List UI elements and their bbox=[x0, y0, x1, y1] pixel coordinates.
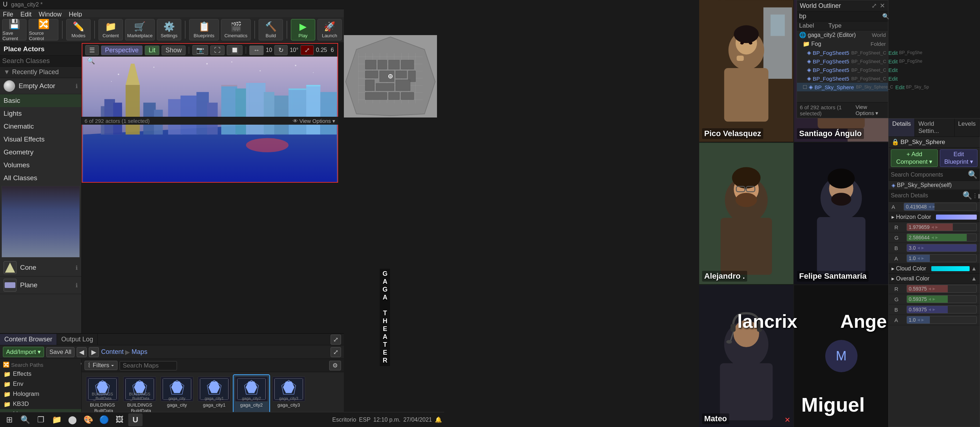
outliner-search-bar[interactable]: 🔍 bbox=[797, 11, 888, 21]
outliner-item-4[interactable]: ◈ BP_FogSheet5 BP_FogSheet_C Edit bbox=[797, 65, 888, 74]
photos-button[interactable]: 🖼 bbox=[113, 413, 127, 426]
viewport-options-button[interactable]: ☰ bbox=[85, 45, 99, 55]
component-item-0[interactable]: ◈ BP_Sky_Sphere(self) bbox=[889, 181, 980, 190]
outliner-item-1[interactable]: 📁 Fog Folder bbox=[797, 40, 888, 48]
category-basic[interactable]: Basic bbox=[0, 94, 81, 107]
settings-button[interactable]: ⚙️ Settings bbox=[157, 19, 181, 40]
outliner-item-5[interactable]: ◈ BP_FogSheet5 BP_FogSheet_C Edit bbox=[797, 74, 888, 83]
file-explorer-button[interactable]: 📁 bbox=[49, 413, 64, 426]
tab-world-settings[interactable]: World Settin... bbox=[915, 119, 955, 137]
marketplace-button[interactable]: 🛒 Marketplace bbox=[125, 19, 155, 40]
cb-right-expand[interactable]: ⤢ bbox=[331, 347, 341, 357]
details-collapse[interactable]: ◧ bbox=[978, 192, 980, 199]
horizon-a-bar[interactable]: 1.0 ◄► bbox=[907, 254, 977, 262]
tab-content-browser[interactable]: Content Browser bbox=[0, 334, 57, 345]
horizon-b-bar[interactable]: 3.0 ◄► bbox=[907, 244, 977, 252]
cb-search-paths[interactable]: 🔀 🔍 bbox=[0, 360, 81, 369]
source-control-button[interactable]: 🔀 Source Control bbox=[29, 19, 58, 40]
horizon-color-section[interactable]: ▸ Horizon Color bbox=[889, 212, 980, 222]
cb-item-4[interactable]: gaga_city2 gaga_city2 bbox=[234, 375, 269, 415]
outliner-item-2[interactable]: ◈ BP_FogSheet5 BP_FogSheet_C Edit BP_Fog… bbox=[797, 48, 888, 57]
cb-folder-kb3d[interactable]: 📁 KB3D bbox=[0, 399, 81, 409]
cb-search-input[interactable] bbox=[119, 361, 177, 370]
outliner-item-6[interactable]: ☐ ◈ BP_Sky_Sphere BP_Sky_Sphere_C Edit B… bbox=[797, 83, 888, 91]
overall-color-section[interactable]: ▸ Overall Color ▲ bbox=[889, 274, 980, 284]
cb-settings-button[interactable]: ⚙ bbox=[329, 361, 341, 370]
empty-actor-item[interactable]: Empty Actor ℹ bbox=[0, 78, 81, 94]
tab-output-log[interactable]: Output Log bbox=[57, 334, 98, 345]
tab-levels[interactable]: Levels bbox=[955, 119, 980, 137]
cloud-color-expand[interactable]: ▲ bbox=[971, 265, 977, 272]
category-cinematic[interactable]: Cinematic bbox=[0, 120, 81, 133]
vp-rotate-button[interactable]: ↻ bbox=[274, 45, 288, 55]
search-details-input[interactable] bbox=[891, 192, 963, 199]
save-current-button[interactable]: 💾 Save Current bbox=[2, 19, 27, 40]
paint3d-button[interactable]: 🎨 bbox=[81, 413, 95, 426]
details-view-options[interactable]: ⋮ bbox=[972, 192, 978, 199]
cb-search-paths-input[interactable] bbox=[11, 362, 79, 368]
overall-color-expand[interactable]: ▲ bbox=[971, 276, 977, 282]
vp-grid-snap[interactable]: 🔲 bbox=[227, 45, 242, 55]
edit-link-2[interactable]: Edit bbox=[888, 50, 897, 56]
blueprints-button[interactable]: 📋 Blueprints bbox=[189, 19, 219, 40]
nav-forward-button[interactable]: ▶ bbox=[89, 347, 99, 357]
vp-scale-button[interactable]: ⤢ bbox=[301, 45, 314, 55]
start-button[interactable]: ⊞ bbox=[2, 413, 16, 426]
cb-search[interactable] bbox=[119, 360, 177, 370]
cb-path-segment-1[interactable]: Content bbox=[101, 348, 124, 356]
main-city-viewport[interactable]: ☰ Perspective Lit Show 📷 ⛶ 🔲 ↔ 10 ↻ 10° … bbox=[82, 43, 338, 183]
cb-folder-effects[interactable]: 📁 Effects bbox=[0, 369, 81, 379]
vp-translate-button[interactable]: ↔ bbox=[249, 46, 264, 55]
search-button[interactable]: 🔍 bbox=[18, 413, 32, 426]
horizon-r-bar[interactable]: 1.979659 ◄► bbox=[907, 223, 977, 231]
search-bar[interactable]: 🔍 bbox=[0, 56, 81, 67]
recently-placed-section[interactable]: ▼ Recently Placed bbox=[0, 67, 81, 78]
save-all-button[interactable]: Save All bbox=[46, 347, 75, 357]
overall-g-bar[interactable]: 0.59375 ◄► bbox=[907, 295, 977, 303]
overall-r-bar[interactable]: 0.59375 ◄► bbox=[907, 285, 977, 293]
build-button[interactable]: 🔨 Build bbox=[259, 19, 283, 40]
search-details-bar[interactable]: 🔍 ⋮ ◧ bbox=[889, 190, 980, 202]
category-all-classes[interactable]: All Classes bbox=[0, 172, 81, 185]
horizon-g-bar[interactable]: 2.586644 ◄► bbox=[907, 234, 977, 241]
edit-blueprint-button[interactable]: Edit Blueprint ▾ bbox=[940, 150, 977, 167]
outliner-close-icon[interactable]: ✕ bbox=[880, 2, 885, 10]
nav-back-button[interactable]: ◀ bbox=[76, 347, 87, 357]
plane-actor-item[interactable]: Plane ℹ bbox=[0, 277, 81, 294]
vp-maximize-button[interactable]: ⛶ bbox=[210, 46, 224, 55]
viewport-view-options[interactable]: 👁 View Options ▾ bbox=[293, 118, 335, 124]
cb-expand-button[interactable]: ⤢ bbox=[331, 335, 341, 345]
notification-icon[interactable]: 🔔 bbox=[435, 416, 442, 423]
show-button[interactable]: Show bbox=[162, 46, 186, 55]
tab-details[interactable]: Details bbox=[889, 119, 915, 137]
blender-button[interactable]: 🔵 bbox=[97, 413, 111, 426]
outliner-item-0[interactable]: 🌐 gaga_city2 (Editor) World bbox=[797, 30, 888, 40]
cb-item-2[interactable]: gaga_city gaga_city bbox=[159, 375, 195, 415]
play-button[interactable]: ▶ Play bbox=[291, 19, 315, 40]
category-volumes[interactable]: Volumes bbox=[0, 159, 81, 172]
prop-a-value-bar[interactable]: 0.419048 ◄► bbox=[904, 203, 977, 210]
content-button[interactable]: 📁 Content bbox=[99, 19, 123, 40]
chrome-button[interactable]: ⬤ bbox=[65, 413, 80, 426]
cb-item-0[interactable]: BUILDINGS _BuiltData BUILDINGS _BuiltDat… bbox=[84, 375, 120, 415]
cb-item-3[interactable]: gaga_city1 gaga_city1 bbox=[196, 375, 232, 415]
add-import-button[interactable]: Add/Import ▾ bbox=[3, 347, 44, 357]
view-options-button[interactable]: View Options ▾ bbox=[856, 104, 885, 116]
add-component-button[interactable]: + Add Component ▾ bbox=[891, 150, 938, 167]
modes-button[interactable]: ✏️ Modes bbox=[66, 19, 91, 40]
outliner-item-3[interactable]: ◈ BP_FogSheet5 BP_FogSheet_C Edit BP_Fog… bbox=[797, 57, 888, 65]
outliner-search-input[interactable] bbox=[799, 13, 882, 20]
taskview-button[interactable]: ❐ bbox=[34, 413, 48, 426]
edit-link-3[interactable]: Edit bbox=[888, 58, 897, 64]
cone-actor-item[interactable]: Cone ℹ bbox=[0, 259, 81, 277]
overall-b-bar[interactable]: 0.59375 ◄► bbox=[907, 306, 977, 314]
search-classes-input[interactable] bbox=[2, 57, 87, 65]
overall-a-bar[interactable]: 1.0 ◄► bbox=[907, 316, 977, 324]
category-lights[interactable]: Lights bbox=[0, 107, 81, 120]
filters-button[interactable]: ⧙ Filters ▾ bbox=[84, 361, 118, 370]
category-visual-effects[interactable]: Visual Effects bbox=[0, 133, 81, 146]
cb-path-segment-2[interactable]: Maps bbox=[132, 348, 147, 356]
launch-button[interactable]: 🚀 Launch bbox=[317, 19, 342, 40]
cb-item-5[interactable]: gaga_city3 gaga_city3 bbox=[271, 375, 307, 415]
ue4-button[interactable]: U bbox=[128, 413, 143, 426]
